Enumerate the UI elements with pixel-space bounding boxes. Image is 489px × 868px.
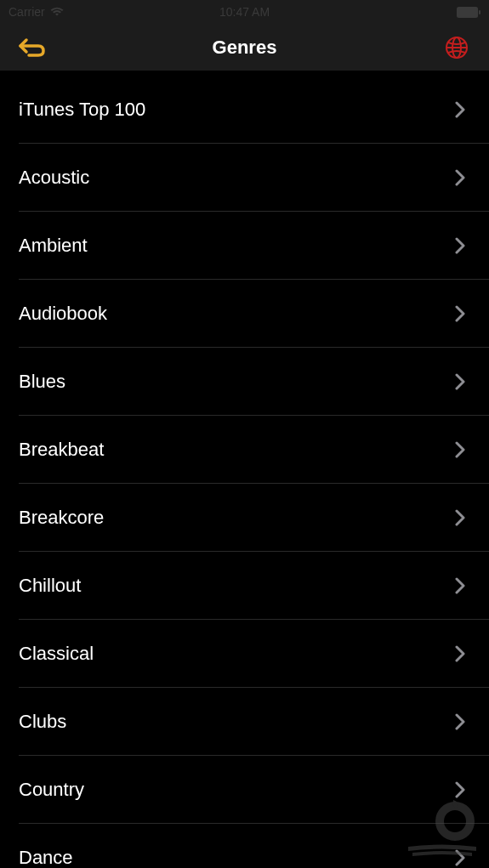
list-item[interactable]: Ambient xyxy=(0,212,489,280)
status-bar: Carrier 10:47 AM xyxy=(0,0,489,24)
chevron-right-icon xyxy=(455,169,465,186)
list-item[interactable]: Acoustic xyxy=(0,144,489,212)
list-item[interactable]: Breakcore xyxy=(0,484,489,552)
chevron-right-icon xyxy=(455,645,465,662)
chevron-right-icon xyxy=(455,781,465,798)
list-item[interactable]: Chillout xyxy=(0,552,489,620)
status-left: Carrier xyxy=(9,5,64,19)
list-item-label: Dance xyxy=(19,847,73,868)
battery-icon xyxy=(457,7,480,18)
list-item[interactable]: Audiobook xyxy=(0,280,489,348)
nav-bar: Genres xyxy=(0,24,489,71)
chevron-right-icon xyxy=(455,237,465,254)
list-item[interactable]: Blues xyxy=(0,348,489,416)
list-item[interactable]: iTunes Top 100 xyxy=(0,76,489,144)
page-title: Genres xyxy=(213,37,277,59)
list-item[interactable]: Clubs xyxy=(0,688,489,756)
chevron-right-icon xyxy=(455,101,465,118)
list-item-label: Chillout xyxy=(19,575,81,597)
list-item-label: Blues xyxy=(19,371,65,393)
chevron-right-icon xyxy=(455,441,465,458)
svg-point-5 xyxy=(440,806,470,837)
chevron-right-icon xyxy=(455,373,465,390)
status-time: 10:47 AM xyxy=(219,5,270,19)
chevron-right-icon xyxy=(455,305,465,322)
list-item-label: Audiobook xyxy=(19,303,107,325)
list-item-label: Classical xyxy=(19,643,94,665)
list-item[interactable]: Classical xyxy=(0,620,489,688)
list-item-label: Breakcore xyxy=(19,507,104,529)
chevron-right-icon xyxy=(455,713,465,730)
chevron-right-icon xyxy=(455,509,465,526)
status-right xyxy=(457,7,480,18)
list-item-label: Country xyxy=(19,779,84,801)
list-item-label: Clubs xyxy=(19,711,66,733)
carrier-label: Carrier xyxy=(9,5,45,19)
back-button[interactable] xyxy=(17,32,48,63)
globe-icon xyxy=(445,36,469,60)
globe-button[interactable] xyxy=(441,32,472,63)
list-item-label: Acoustic xyxy=(19,167,89,189)
chevron-right-icon xyxy=(455,577,465,594)
svg-rect-0 xyxy=(457,7,478,18)
genre-list: iTunes Top 100 Acoustic Ambient Audioboo… xyxy=(0,71,489,868)
back-icon xyxy=(18,37,47,59)
list-item-label: iTunes Top 100 xyxy=(19,99,145,121)
svg-rect-1 xyxy=(479,10,480,14)
list-item-label: Breakbeat xyxy=(19,439,104,461)
watermark-logo xyxy=(404,800,480,859)
list-item[interactable]: Breakbeat xyxy=(0,416,489,484)
wifi-icon xyxy=(50,7,64,17)
list-item-label: Ambient xyxy=(19,235,88,257)
